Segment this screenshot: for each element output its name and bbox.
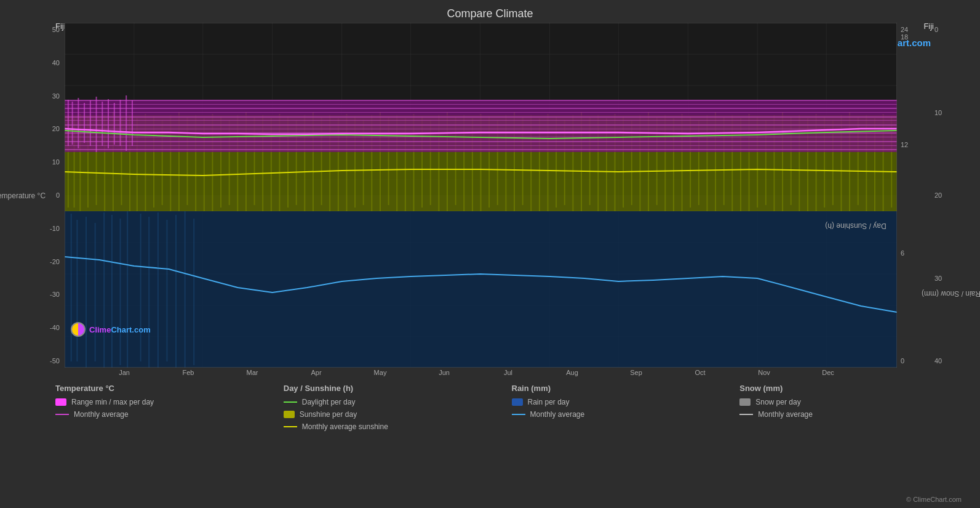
page-title: Compare Climate [0,0,980,23]
legend-label-daylight: Daylight per day [302,398,356,406]
legend-item-monthly-avg-snow: Monthly average [739,410,955,419]
logo-icon-bottom [71,322,86,337]
svg-rect-28 [103,212,105,368]
svg-rect-157 [65,112,897,113]
line-daylight [284,401,297,403]
svg-rect-31 [127,211,128,368]
y-axis-label-left: Temperature °C [0,192,46,199]
svg-rect-27 [95,223,96,361]
svg-rect-142 [68,100,69,146]
legend-label-sunshine: Sunshine per day [300,410,357,419]
svg-rect-144 [78,98,79,148]
svg-rect-38 [193,219,194,365]
y-axis-right-sunshine: 24 18 12 6 0 Day / Sunshine (h) [897,23,931,368]
legend-title-snow: Snow (mm) [739,384,955,393]
legend-title-sunshine: Day / Sunshine (h) [284,384,500,393]
swatch-rain [512,398,523,406]
legend-col-temperature: Temperature °C Range min / max per day M… [49,384,277,435]
legend-item-daylight: Daylight per day [284,398,500,406]
svg-rect-32 [140,214,141,361]
x-axis: Jan Feb Mar Apr May Jun Jul Aug Sep Oct … [92,369,860,376]
legend-item-range: Range min / max per day [55,398,271,406]
line-monthly-avg-rain [512,414,525,415]
x-label-sep: Sep [604,369,668,376]
x-label-feb: Feb [156,369,220,376]
svg-rect-158 [65,116,897,118]
svg-rect-24 [71,214,72,361]
chart-canvas: ClimeChart.com [65,23,897,368]
svg-rect-160 [65,124,897,126]
legend-area: Temperature °C Range min / max per day M… [49,384,962,435]
svg-rect-166 [65,149,897,150]
y-axis-label-rain: Rain / Snow (mm) [922,289,980,298]
x-label-aug: Aug [540,369,604,376]
legend-col-snow: Snow (mm) Snow per day Monthly average [733,384,962,435]
swatch-snow [739,398,751,406]
svg-rect-152 [125,95,127,151]
legend-label-monthly-avg-snow: Monthly average [758,410,813,419]
svg-rect-141 [65,100,897,152]
y-axis-label-sunshine: Day / Sunshine (h) [825,222,886,230]
svg-rect-34 [157,212,159,368]
svg-rect-154 [65,100,897,101]
logo-text-bottom: ClimeChart.com [89,325,151,334]
x-label-oct: Oct [668,369,732,376]
svg-rect-26 [86,217,87,368]
svg-rect-165 [65,145,897,146]
x-label-nov: Nov [732,369,796,376]
page-container: Compare Climate Fiji Fiji ClimeChart.com… [0,0,980,508]
svg-rect-36 [175,215,177,368]
svg-rect-35 [166,220,167,361]
y-axis-right-rain: 0 10 20 30 40 Rain / Snow (mm) [931,23,962,368]
x-label-dec: Dec [796,369,860,376]
copyright: © ClimeChart.com [906,496,962,503]
legend-title-temperature: Temperature °C [55,384,271,393]
legend-item-monthly-avg-sunshine: Monthly average sunshine [284,422,500,431]
svg-rect-29 [111,215,113,368]
line-monthly-avg-sunshine [284,426,297,427]
svg-rect-37 [185,211,186,368]
legend-title-rain: Rain (mm) [512,384,728,393]
line-monthly-avg-temp [55,414,69,415]
svg-rect-33 [148,217,149,368]
legend-label-range: Range min / max per day [71,398,154,406]
legend-item-sunshine-swatch: Sunshine per day [284,410,500,419]
legend-item-monthly-avg-rain: Monthly average [512,410,728,419]
svg-rect-155 [65,104,897,105]
chart-svg [65,23,897,368]
x-label-jan: Jan [92,369,156,376]
legend-label-monthly-avg-sunshine: Monthly average sunshine [302,422,388,431]
svg-rect-161 [65,129,897,129]
x-label-jul: Jul [476,369,540,376]
legend-label-monthly-avg-rain: Monthly average [530,410,585,419]
svg-rect-25 [76,220,78,361]
svg-rect-151 [120,100,121,146]
x-label-jun: Jun [412,369,476,376]
svg-rect-146 [90,100,91,146]
swatch-sunshine [284,411,295,418]
swatch-temp-range [55,398,66,406]
legend-col-sunshine: Day / Sunshine (h) Daylight per day Suns… [277,384,506,435]
legend-item-monthly-avg-temp: Monthly average [55,410,271,419]
line-monthly-avg-snow [739,414,753,415]
svg-rect-156 [65,108,897,109]
legend-col-rain: Rain (mm) Rain per day Monthly average [506,384,734,435]
svg-rect-150 [114,103,115,145]
legend-label-snow-per-day: Snow per day [755,398,800,406]
svg-rect-164 [65,141,897,142]
legend-label-rain: Rain per day [528,398,570,406]
x-label-may: May [348,369,412,376]
legend-item-rain-swatch: Rain per day [512,398,728,406]
logo-bottom: ClimeChart.com [71,322,151,337]
svg-rect-22 [65,211,897,368]
svg-rect-30 [120,219,121,365]
svg-rect-153 [132,100,133,146]
x-label-mar: Mar [220,369,284,376]
legend-item-snow-per-day: Snow per day [739,398,955,406]
legend-label-monthly-avg-temp: Monthly average [74,410,129,419]
x-label-apr: Apr [284,369,348,376]
svg-rect-159 [65,120,897,121]
